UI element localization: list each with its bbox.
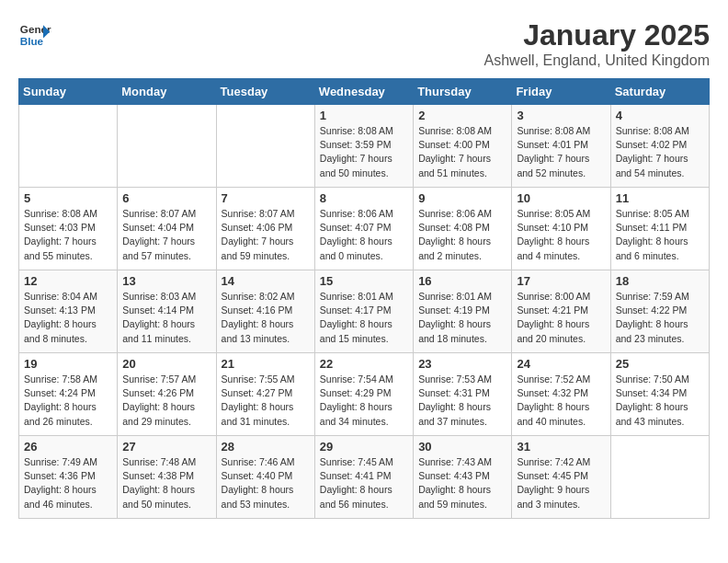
calendar-cell: 19Sunrise: 7:58 AM Sunset: 4:24 PM Dayli… [19, 353, 118, 436]
day-number: 7 [222, 191, 310, 205]
calendar-cell: 14Sunrise: 8:02 AM Sunset: 4:16 PM Dayli… [216, 270, 314, 353]
day-info: Sunrise: 8:08 AM Sunset: 4:01 PM Dayligh… [517, 124, 605, 180]
day-info: Sunrise: 7:49 AM Sunset: 4:36 PM Dayligh… [24, 455, 112, 511]
day-number: 22 [320, 357, 408, 371]
day-number: 8 [320, 191, 408, 205]
day-number: 25 [616, 357, 704, 371]
calendar-cell: 2Sunrise: 8:08 AM Sunset: 4:00 PM Daylig… [414, 105, 512, 188]
day-number: 24 [517, 357, 605, 371]
calendar-cell: 3Sunrise: 8:08 AM Sunset: 4:01 PM Daylig… [512, 105, 610, 188]
calendar-cell: 12Sunrise: 8:04 AM Sunset: 4:13 PM Dayli… [19, 270, 118, 353]
calendar-title: January 2025 [484, 18, 710, 52]
day-info: Sunrise: 8:05 AM Sunset: 4:10 PM Dayligh… [517, 207, 605, 263]
calendar-cell: 10Sunrise: 8:05 AM Sunset: 4:10 PM Dayli… [512, 188, 610, 270]
weekday-header-friday: Friday [512, 79, 610, 105]
day-number: 4 [616, 109, 704, 122]
day-info: Sunrise: 8:08 AM Sunset: 4:00 PM Dayligh… [418, 124, 506, 180]
calendar-cell: 7Sunrise: 8:07 AM Sunset: 4:06 PM Daylig… [216, 188, 314, 270]
weekday-header-sunday: Sunday [19, 79, 118, 105]
calendar-week-5: 26Sunrise: 7:49 AM Sunset: 4:36 PM Dayli… [19, 436, 710, 519]
calendar-cell: 13Sunrise: 8:03 AM Sunset: 4:14 PM Dayli… [118, 270, 216, 353]
day-info: Sunrise: 8:00 AM Sunset: 4:21 PM Dayligh… [517, 290, 605, 346]
day-number: 20 [122, 357, 210, 371]
day-number: 11 [616, 191, 704, 205]
day-info: Sunrise: 8:07 AM Sunset: 4:04 PM Dayligh… [122, 207, 210, 263]
calendar-cell: 16Sunrise: 8:01 AM Sunset: 4:19 PM Dayli… [414, 270, 512, 353]
day-number: 31 [517, 440, 605, 454]
day-info: Sunrise: 7:54 AM Sunset: 4:29 PM Dayligh… [320, 373, 408, 429]
day-number: 3 [517, 109, 605, 122]
day-number: 5 [24, 191, 112, 205]
weekday-header-wednesday: Wednesday [314, 79, 413, 105]
weekday-header-monday: Monday [118, 79, 216, 105]
day-info: Sunrise: 7:42 AM Sunset: 4:45 PM Dayligh… [517, 455, 605, 511]
day-info: Sunrise: 7:55 AM Sunset: 4:27 PM Dayligh… [222, 373, 310, 429]
day-info: Sunrise: 8:08 AM Sunset: 3:59 PM Dayligh… [320, 124, 408, 180]
day-number: 28 [222, 440, 310, 454]
day-info: Sunrise: 8:02 AM Sunset: 4:16 PM Dayligh… [222, 290, 310, 346]
day-info: Sunrise: 7:45 AM Sunset: 4:41 PM Dayligh… [320, 455, 408, 511]
calendar-cell [19, 105, 118, 188]
day-info: Sunrise: 7:53 AM Sunset: 4:31 PM Dayligh… [418, 373, 506, 429]
calendar-cell: 1Sunrise: 8:08 AM Sunset: 3:59 PM Daylig… [314, 105, 413, 188]
day-info: Sunrise: 8:01 AM Sunset: 4:19 PM Dayligh… [418, 290, 506, 346]
calendar-cell [216, 105, 314, 188]
day-info: Sunrise: 7:59 AM Sunset: 4:22 PM Dayligh… [616, 290, 704, 346]
calendar-cell: 27Sunrise: 7:48 AM Sunset: 4:38 PM Dayli… [118, 436, 216, 519]
calendar-cell: 23Sunrise: 7:53 AM Sunset: 4:31 PM Dayli… [414, 353, 512, 436]
header-row: SundayMondayTuesdayWednesdayThursdayFrid… [19, 79, 710, 105]
calendar-cell: 26Sunrise: 7:49 AM Sunset: 4:36 PM Dayli… [19, 436, 118, 519]
page-header: General Blue January 2025 Ashwell, Engla… [18, 18, 710, 69]
day-info: Sunrise: 8:06 AM Sunset: 4:07 PM Dayligh… [320, 207, 408, 263]
day-info: Sunrise: 7:57 AM Sunset: 4:26 PM Dayligh… [122, 373, 210, 429]
calendar-cell: 31Sunrise: 7:42 AM Sunset: 4:45 PM Dayli… [512, 436, 610, 519]
calendar-cell: 17Sunrise: 8:00 AM Sunset: 4:21 PM Dayli… [512, 270, 610, 353]
calendar-week-1: 1Sunrise: 8:08 AM Sunset: 3:59 PM Daylig… [19, 105, 710, 188]
day-number: 23 [418, 357, 506, 371]
calendar-cell: 8Sunrise: 8:06 AM Sunset: 4:07 PM Daylig… [314, 188, 413, 270]
day-info: Sunrise: 8:04 AM Sunset: 4:13 PM Dayligh… [24, 290, 112, 346]
day-info: Sunrise: 8:08 AM Sunset: 4:03 PM Dayligh… [24, 207, 112, 263]
day-number: 12 [24, 274, 112, 288]
weekday-header-thursday: Thursday [414, 79, 512, 105]
calendar-cell: 15Sunrise: 8:01 AM Sunset: 4:17 PM Dayli… [314, 270, 413, 353]
calendar-cell: 18Sunrise: 7:59 AM Sunset: 4:22 PM Dayli… [610, 270, 709, 353]
day-info: Sunrise: 8:07 AM Sunset: 4:06 PM Dayligh… [222, 207, 310, 263]
svg-text:Blue: Blue [20, 35, 44, 47]
day-number: 17 [517, 274, 605, 288]
day-number: 10 [517, 191, 605, 205]
day-number: 2 [418, 109, 506, 122]
day-number: 14 [222, 274, 310, 288]
day-info: Sunrise: 7:46 AM Sunset: 4:40 PM Dayligh… [222, 455, 310, 511]
day-info: Sunrise: 7:52 AM Sunset: 4:32 PM Dayligh… [517, 373, 605, 429]
day-info: Sunrise: 7:43 AM Sunset: 4:43 PM Dayligh… [418, 455, 506, 511]
calendar-cell [610, 436, 709, 519]
calendar-cell [118, 105, 216, 188]
calendar-cell: 22Sunrise: 7:54 AM Sunset: 4:29 PM Dayli… [314, 353, 413, 436]
weekday-header-saturday: Saturday [610, 79, 709, 105]
day-info: Sunrise: 8:08 AM Sunset: 4:02 PM Dayligh… [616, 124, 704, 180]
calendar-cell: 4Sunrise: 8:08 AM Sunset: 4:02 PM Daylig… [610, 105, 709, 188]
calendar-cell: 30Sunrise: 7:43 AM Sunset: 4:43 PM Dayli… [414, 436, 512, 519]
calendar-cell: 5Sunrise: 8:08 AM Sunset: 4:03 PM Daylig… [19, 188, 118, 270]
day-info: Sunrise: 7:58 AM Sunset: 4:24 PM Dayligh… [24, 373, 112, 429]
day-number: 13 [122, 274, 210, 288]
day-number: 15 [320, 274, 408, 288]
day-number: 26 [24, 440, 112, 454]
day-info: Sunrise: 8:05 AM Sunset: 4:11 PM Dayligh… [616, 207, 704, 263]
day-number: 29 [320, 440, 408, 454]
calendar-week-2: 5Sunrise: 8:08 AM Sunset: 4:03 PM Daylig… [19, 188, 710, 270]
calendar-cell: 24Sunrise: 7:52 AM Sunset: 4:32 PM Dayli… [512, 353, 610, 436]
day-number: 1 [320, 109, 408, 122]
calendar-cell: 21Sunrise: 7:55 AM Sunset: 4:27 PM Dayli… [216, 353, 314, 436]
calendar-cell: 28Sunrise: 7:46 AM Sunset: 4:40 PM Dayli… [216, 436, 314, 519]
day-info: Sunrise: 7:50 AM Sunset: 4:34 PM Dayligh… [616, 373, 704, 429]
day-number: 19 [24, 357, 112, 371]
calendar-cell: 25Sunrise: 7:50 AM Sunset: 4:34 PM Dayli… [610, 353, 709, 436]
logo-icon: General Blue [18, 18, 51, 52]
day-number: 18 [616, 274, 704, 288]
calendar-week-4: 19Sunrise: 7:58 AM Sunset: 4:24 PM Dayli… [19, 353, 710, 436]
day-number: 16 [418, 274, 506, 288]
calendar-table: SundayMondayTuesdayWednesdayThursdayFrid… [18, 78, 710, 519]
weekday-header-tuesday: Tuesday [216, 79, 314, 105]
